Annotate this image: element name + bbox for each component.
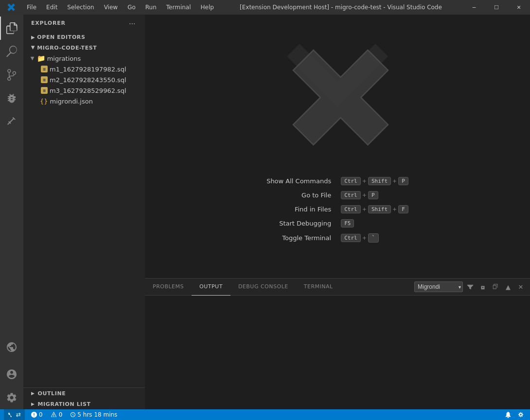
menu-help[interactable]: Help (196, 0, 219, 15)
statusbar-time-text: 5 hrs 18 mins (77, 411, 117, 418)
migration-list-section[interactable]: ▶ MIGRATION LIST (23, 399, 145, 409)
open-editors-label: OPEN EDITORS (37, 34, 85, 40)
statusbar-settings-btn[interactable] (515, 409, 526, 420)
key-p-0: P (398, 177, 408, 185)
tree-file-sql3[interactable]: ≡ m3_1627928529962.sql (23, 85, 145, 96)
activity-explorer[interactable] (0, 17, 23, 40)
open-editors-arrow: ▶ (31, 35, 35, 40)
shortcut-keys-3: F5 (341, 219, 408, 228)
window-controls: ─ ☐ ✕ (463, 0, 530, 15)
json-file-label: migrondi.json (50, 98, 93, 105)
key-plus-1: + (392, 178, 397, 184)
shortcut-keys-2: Ctrl + Shift + F (341, 205, 408, 213)
migration-list-label: MIGRATION LIST (38, 401, 91, 407)
panel-copy-btn[interactable] (490, 281, 501, 292)
sidebar-more-actions[interactable]: ⋯ (127, 18, 137, 28)
activity-debug[interactable] (0, 87, 23, 110)
tab-problems[interactable]: PROBLEMS (145, 279, 192, 296)
outline-label: OUTLINE (38, 390, 66, 397)
shortcut-label-1: Go to File (266, 192, 331, 199)
project-label: MIGRO-CODE-TEST (37, 45, 97, 51)
window-title: [Extension Development Host] - migro-cod… (219, 4, 463, 11)
tree-file-sql1[interactable]: ≡ m1_1627928197982.sql (23, 64, 145, 74)
menu-file[interactable]: File (22, 0, 41, 15)
sidebar-header-actions: ⋯ (127, 18, 137, 28)
output-source-dropdown-wrapper: Migrondi ▾ (414, 281, 463, 292)
statusbar-remote-text: ⇄ (16, 411, 21, 418)
activity-settings[interactable] (0, 386, 23, 409)
menu-edit[interactable]: Edit (41, 0, 62, 15)
key-shift-0: Shift (368, 177, 391, 185)
tree-migrations-folder[interactable]: ▶ 📁 migrations (23, 53, 145, 64)
menu-bar: File Edit Selection View Go Run Terminal… (22, 0, 219, 15)
editor-area: Show All Commands Ctrl + Shift + P Go to… (145, 15, 530, 409)
explorer-title: EXPLORER (31, 20, 66, 26)
welcome-screen: Show All Commands Ctrl + Shift + P Go to… (145, 15, 530, 278)
app-logo (0, 3, 22, 12)
key-ctrl-4: Ctrl (341, 234, 361, 242)
maximize-button[interactable]: ☐ (485, 0, 508, 15)
shortcut-label-0: Show All Commands (266, 177, 331, 185)
statusbar-errors[interactable]: 0 (29, 409, 45, 420)
open-editors-section[interactable]: ▶ OPEN EDITORS (23, 32, 145, 42)
shortcut-label-2: Find in Files (266, 206, 331, 213)
sql-icon-1: ≡ (41, 66, 48, 72)
statusbar-right (503, 409, 526, 420)
panel: PROBLEMS OUTPUT DEBUG CONSOLE TERMINAL M… (145, 278, 530, 409)
sql-icon-3: ≡ (41, 87, 48, 94)
statusbar-left: ⇄ 0 0 5 hrs 18 mins (4, 409, 119, 420)
activity-remote[interactable] (0, 335, 23, 359)
panel-tab-bar: PROBLEMS OUTPUT DEBUG CONSOLE TERMINAL M… (145, 279, 530, 296)
key-f-2: F (398, 205, 408, 213)
tree-file-sql2[interactable]: ≡ m2_1627928243550.sql (23, 74, 145, 85)
statusbar-error-count: 0 (39, 411, 43, 418)
outline-section[interactable]: ▶ OUTLINE (23, 388, 145, 399)
output-source-dropdown[interactable]: Migrondi (414, 281, 463, 292)
statusbar-time[interactable]: 5 hrs 18 mins (68, 409, 119, 420)
outline-arrow: ▶ (31, 391, 35, 396)
menu-go[interactable]: Go (123, 0, 141, 15)
menu-run[interactable]: Run (141, 0, 161, 15)
shortcut-label-4: Toggle Terminal (266, 234, 331, 242)
panel-lock-btn[interactable] (477, 281, 488, 292)
panel-close-btn[interactable]: ✕ (515, 281, 526, 292)
key-ctrl-0: Ctrl (341, 177, 361, 185)
titlebar: File Edit Selection View Go Run Terminal… (0, 0, 530, 15)
activity-search[interactable] (0, 40, 23, 63)
statusbar-warnings[interactable]: 0 (49, 409, 65, 420)
key-plus-5: + (362, 235, 367, 241)
statusbar-remote[interactable]: ⇄ (4, 409, 25, 420)
panel-scroll-up-btn[interactable]: ▲ (503, 281, 513, 292)
project-arrow: ▶ (31, 46, 36, 50)
sidebar-bottom-sections: ▶ OUTLINE ▶ MIGRATION LIST (23, 387, 145, 409)
tree-file-json[interactable]: {} migrondi.json (23, 96, 145, 106)
minimize-button[interactable]: ─ (463, 0, 485, 15)
activity-bar (0, 15, 23, 409)
tab-output[interactable]: OUTPUT (192, 279, 230, 296)
key-p-1: P (368, 191, 378, 199)
shortcut-keys-0: Ctrl + Shift + P (341, 177, 408, 185)
sidebar-header: EXPLORER ⋯ (23, 15, 145, 32)
statusbar-notifications[interactable] (503, 409, 513, 420)
panel-controls: Migrondi ▾ (414, 281, 530, 292)
activity-source-control[interactable] (0, 63, 23, 87)
json-icon: {} (40, 98, 48, 105)
statusbar-warning-count: 0 (59, 411, 63, 418)
menu-terminal[interactable]: Terminal (161, 0, 196, 15)
shortcut-list: Show All Commands Ctrl + Shift + P Go to… (266, 177, 408, 243)
main-layout: EXPLORER ⋯ ▶ OPEN EDITORS ▶ MIGRO-CODE-T… (0, 15, 530, 409)
menu-selection[interactable]: Selection (62, 0, 99, 15)
activity-account[interactable] (0, 363, 23, 386)
menu-view[interactable]: View (99, 0, 123, 15)
close-button[interactable]: ✕ (508, 0, 530, 15)
panel-filter-btn[interactable] (465, 281, 476, 292)
project-section[interactable]: ▶ MIGRO-CODE-TEST (23, 42, 145, 53)
key-plus-2: + (362, 192, 367, 198)
tab-terminal[interactable]: TERMINAL (296, 279, 341, 296)
key-plus-4: + (392, 206, 397, 212)
tab-debug-console[interactable]: DEBUG CONSOLE (230, 279, 296, 296)
activity-extensions[interactable] (0, 110, 23, 133)
key-shift-1: Shift (368, 205, 391, 213)
sql-file-3-label: m3_1627928529962.sql (50, 87, 126, 94)
key-f5: F5 (341, 219, 354, 228)
